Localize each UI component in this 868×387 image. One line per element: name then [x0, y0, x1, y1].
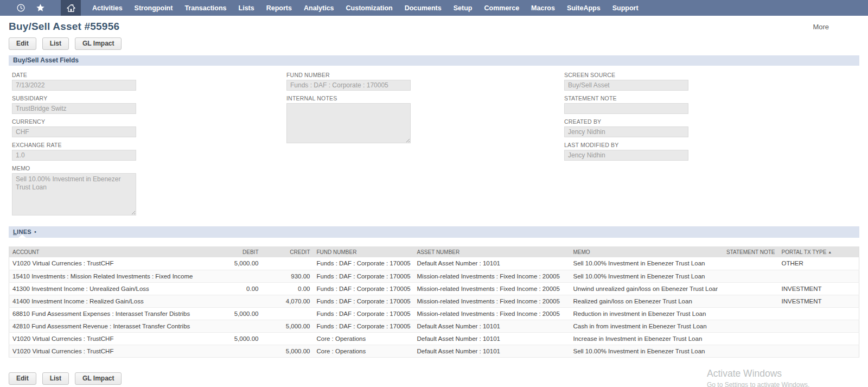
cell-fund-number: Funds : DAF : Corporate : 170005: [314, 320, 414, 332]
cell-memo: Cash in from investment in Ebenezer Trus…: [570, 320, 718, 332]
column-header-asset-number[interactable]: ASSET NUMBER: [414, 246, 570, 257]
page-title: Buy/Sell Asset #55956: [9, 21, 119, 33]
cell-portal-tx-type: [778, 270, 859, 282]
date-label: DATE: [12, 72, 286, 78]
field: FUND NUMBER: [286, 72, 564, 91]
column-header-statement-note[interactable]: STATEMENT NOTE: [718, 246, 778, 257]
exchange-rate-field[interactable]: [12, 150, 136, 161]
edit-button[interactable]: Edit: [9, 372, 36, 385]
field: CURRENCY: [12, 118, 286, 137]
column-header-portal-tx-type[interactable]: PORTAL TX TYPE▲: [778, 246, 859, 257]
table-row: 15410 Investments : Mission Related Inve…: [9, 270, 859, 282]
recent-records-icon[interactable]: [11, 0, 30, 16]
menu-transactions[interactable]: Transactions: [178, 4, 232, 12]
cell-account: 41400 Investment Income : Realized Gain/…: [9, 295, 231, 307]
field: MEMO: [12, 165, 286, 215]
cell-credit: 0.00: [262, 282, 314, 295]
cell-portal-tx-type: INVESTMENT: [778, 295, 859, 307]
cell-credit: [262, 307, 314, 320]
field: SUBSIDIARY: [12, 95, 286, 114]
cell-memo: Increase in Investment in Ebenezer Trust…: [570, 332, 718, 345]
cell-debit: 5,000.00: [231, 307, 262, 320]
last-modified-by-field[interactable]: [564, 150, 688, 161]
cell-account: 41300 Investment Income : Unrealized Gai…: [9, 282, 231, 295]
edit-button[interactable]: Edit: [9, 37, 36, 50]
column-header-credit[interactable]: CREDIT: [262, 246, 314, 257]
column-header-debit[interactable]: DEBIT: [231, 246, 262, 257]
cell-credit: [262, 257, 314, 270]
menu-customization[interactable]: Customization: [340, 4, 399, 12]
cell-credit: 4,070.00: [262, 295, 314, 307]
main-menu: ActivitiesStrongpointTransactionsListsRe…: [86, 0, 644, 16]
statement-note-label: STATEMENT NOTE: [564, 95, 859, 101]
list-button[interactable]: List: [42, 372, 69, 385]
cell-statement-note: [718, 282, 778, 295]
cell-statement-note: [718, 320, 778, 332]
cell-credit: 5,000.00: [262, 345, 314, 357]
menu-activities[interactable]: Activities: [86, 4, 129, 12]
nav-spacer: [50, 0, 61, 16]
cell-credit: 5,000.00: [262, 320, 314, 332]
currency-label: CURRENCY: [12, 118, 286, 125]
cell-statement-note: [718, 307, 778, 320]
list-button[interactable]: List: [42, 37, 69, 50]
menu-support[interactable]: Support: [607, 4, 644, 12]
subsidiary-field[interactable]: [12, 103, 136, 114]
currency-field[interactable]: [12, 126, 136, 137]
cell-fund-number: Funds : DAF : Corporate : 170005: [314, 257, 414, 270]
menu-reports[interactable]: Reports: [260, 4, 298, 12]
menu-commerce[interactable]: Commerce: [478, 4, 525, 12]
cell-credit: [262, 332, 314, 345]
internal-notes-label: INTERNAL NOTES: [286, 95, 564, 101]
page-content: Buy/Sell Asset #55956 More EditListGL Im…: [0, 21, 868, 385]
menu-lists[interactable]: Lists: [233, 4, 260, 12]
cell-asset-number: Default Asset Number : 10101: [414, 257, 570, 270]
cell-statement-note: [718, 332, 778, 345]
menu-documents[interactable]: Documents: [399, 4, 448, 12]
cell-memo: Unwind unrealized gain/loss on Ebenezer …: [570, 282, 718, 295]
statement-note-field[interactable]: [564, 103, 688, 114]
cell-debit: [231, 320, 262, 332]
field: INTERNAL NOTES: [286, 95, 564, 143]
table-row: V1020 Virtual Currencies : TrustCHF5,000…: [9, 332, 859, 345]
more-link[interactable]: More: [813, 23, 829, 31]
memo-field[interactable]: [12, 173, 136, 215]
field: STATEMENT NOTE: [564, 95, 859, 114]
toolbar-top: EditListGL Impact: [9, 37, 859, 50]
shortcuts-star-icon[interactable]: [30, 0, 50, 16]
nav-spacer: [0, 0, 11, 16]
page-header: Buy/Sell Asset #55956 More: [9, 21, 859, 33]
screen-source-field[interactable]: [564, 80, 688, 91]
tab-lines[interactable]: LINES •: [9, 226, 41, 238]
cell-asset-number: Mission-related Investments : Fixed Inco…: [414, 282, 570, 295]
created-by-field[interactable]: [564, 126, 688, 137]
column-header-memo[interactable]: MEMO: [570, 246, 718, 257]
field: SCREEN SOURCE: [564, 72, 859, 91]
internal-notes-field[interactable]: [286, 103, 411, 143]
menu-setup[interactable]: Setup: [448, 4, 478, 12]
menu-strongpoint[interactable]: Strongpoint: [129, 4, 179, 12]
cell-debit: [231, 270, 262, 282]
fund-number-field[interactable]: [286, 80, 411, 91]
cell-portal-tx-type: [778, 332, 859, 345]
table-row: 42810 Fund Assessment Revenue : Interass…: [9, 320, 859, 332]
field-column: SCREEN SOURCESTATEMENT NOTECREATED BYLAS…: [564, 72, 859, 220]
table-row: V1020 Virtual Currencies : TrustCHF5,000…: [9, 257, 859, 270]
gl-impact-button[interactable]: GL Impact: [75, 372, 122, 385]
menu-analytics[interactable]: Analytics: [298, 4, 340, 12]
date-field[interactable]: [12, 80, 136, 91]
column-header-fund-number[interactable]: FUND NUMBER: [314, 246, 414, 257]
menu-macros[interactable]: Macros: [525, 4, 561, 12]
cell-memo: Reduction in investment in Ebenezer Trus…: [570, 307, 718, 320]
menu-suiteapps[interactable]: SuiteApps: [561, 4, 607, 12]
column-header-account[interactable]: ACCOUNT: [9, 246, 231, 257]
field: EXCHANGE RATE: [12, 142, 286, 161]
created-by-label: CREATED BY: [564, 118, 859, 125]
cell-fund-number: Funds : DAF : Corporate : 170005: [314, 270, 414, 282]
fund-number-label: FUND NUMBER: [286, 72, 564, 78]
home-tab[interactable]: [61, 0, 81, 16]
gl-impact-button[interactable]: GL Impact: [75, 37, 122, 50]
fields-section-title: Buy/Sell Asset Fields: [13, 56, 79, 64]
cell-memo: Realized gain/loss on Ebenezer Trust Loa…: [570, 295, 718, 307]
cell-fund-number: Funds : DAF : Corporate : 170005: [314, 282, 414, 295]
